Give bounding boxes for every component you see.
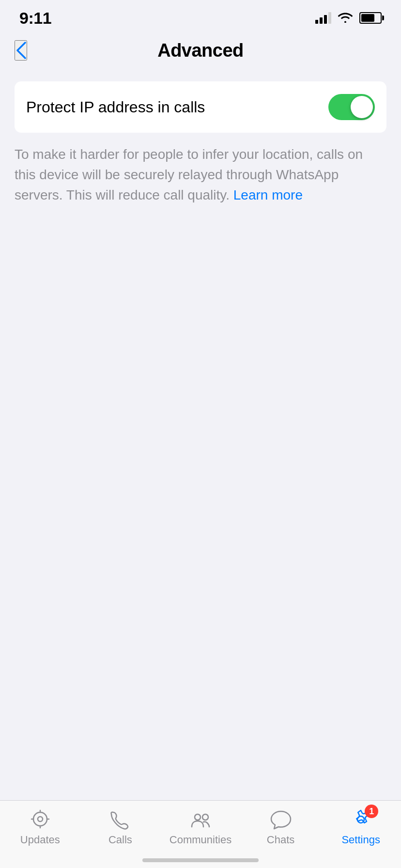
communities-tab-label: Communities — [170, 834, 231, 846]
updates-icon — [27, 808, 54, 831]
communities-icon — [187, 808, 214, 831]
tab-chats[interactable]: Chats — [241, 808, 321, 846]
home-indicator — [142, 858, 259, 862]
page-title: Advanced — [157, 40, 244, 61]
tab-settings[interactable]: 1 Settings — [321, 808, 401, 846]
settings-badge: 1 — [365, 805, 378, 818]
tab-calls[interactable]: Calls — [80, 808, 161, 846]
protect-ip-label: Protect IP address in calls — [26, 98, 205, 116]
content-area: Protect IP address in calls To make it h… — [0, 72, 401, 205]
svg-point-0 — [33, 812, 47, 826]
status-icons — [315, 10, 382, 26]
settings-tab-label: Settings — [341, 834, 380, 846]
calls-tab-label: Calls — [108, 834, 132, 846]
back-button[interactable] — [15, 40, 27, 61]
status-time: 9:11 — [19, 9, 51, 28]
svg-point-2 — [195, 814, 200, 820]
tab-bar: Updates Calls Communities Chats — [0, 800, 401, 868]
protect-ip-row: Protect IP address in calls — [26, 81, 375, 133]
description-text: To make it harder for people to infer yo… — [15, 140, 386, 205]
learn-more-link[interactable]: Learn more — [233, 187, 303, 202]
protect-ip-card: Protect IP address in calls — [15, 81, 386, 133]
status-bar: 9:11 — [0, 0, 401, 29]
wifi-icon — [337, 10, 354, 26]
battery-icon — [359, 12, 382, 24]
tab-communities[interactable]: Communities — [160, 808, 241, 846]
signal-bars-icon — [315, 12, 331, 24]
svg-point-1 — [38, 817, 43, 822]
svg-point-3 — [202, 814, 208, 820]
chats-icon — [267, 808, 294, 831]
chats-tab-label: Chats — [267, 834, 294, 846]
calls-icon — [107, 808, 134, 831]
nav-bar: Advanced — [0, 29, 401, 72]
tab-updates[interactable]: Updates — [0, 808, 80, 846]
protect-ip-toggle[interactable] — [328, 94, 375, 120]
updates-tab-label: Updates — [20, 834, 60, 846]
settings-icon: 1 — [347, 808, 374, 831]
